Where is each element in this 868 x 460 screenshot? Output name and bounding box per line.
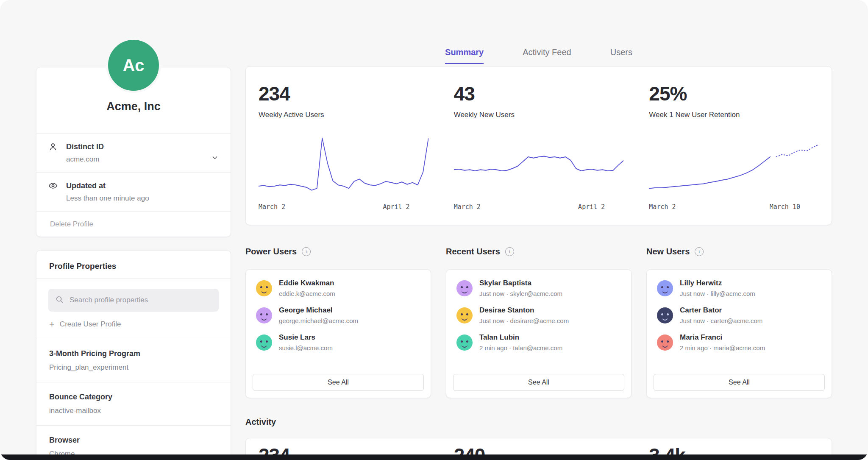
- x-tick: March 2: [649, 203, 676, 211]
- weekly-new-users-chart[interactable]: [454, 134, 624, 198]
- recent-users-title: Recent Users: [446, 246, 500, 256]
- user-list-item[interactable]: Lilly Herwitz Just now · lilly@acme.com: [654, 275, 825, 302]
- property-value: Pricing_plan_experiment: [49, 363, 218, 372]
- user-avatar: [657, 307, 673, 323]
- user-avatar: [256, 280, 272, 296]
- user-name: Susie Lars: [279, 333, 333, 342]
- power-users-header: Power Users i: [245, 246, 431, 256]
- user-list-item[interactable]: Carter Bator Just now · carter@acme.com: [654, 302, 825, 329]
- week1-retention-chart[interactable]: [649, 134, 819, 198]
- user-subtext: 2 min ago · talan@acme.com: [479, 344, 562, 352]
- property-value: inactive-mailbox: [49, 407, 218, 415]
- user-name: Lilly Herwitz: [680, 279, 755, 287]
- chart-x-ticks: March 2 April 2: [454, 203, 624, 211]
- tab-bar: Summary Activity Feed Users: [245, 47, 832, 64]
- user-text: Maria Franci 2 min ago · maria@acme.com: [680, 333, 765, 352]
- info-icon[interactable]: i: [302, 247, 311, 256]
- user-section-headers: Power Users i Recent Users i New Users i: [245, 246, 832, 256]
- person-icon: [48, 142, 58, 153]
- updated-at-row: Updated at Less than one minute ago: [36, 173, 231, 211]
- info-icon[interactable]: i: [505, 247, 514, 256]
- user-text: George Michael george.michael@acme.com: [279, 306, 358, 325]
- user-text: Carter Bator Just now · carter@acme.com: [680, 306, 762, 325]
- user-list-item[interactable]: Talan Lubin 2 min ago · talan@acme.com: [453, 329, 624, 356]
- metric-weekly-new-users: 43 Weekly New Users March 2 April 2: [441, 84, 637, 225]
- user-list-item[interactable]: Maria Franci 2 min ago · maria@acme.com: [654, 329, 825, 356]
- metric-label: Weekly New Users: [454, 111, 624, 119]
- user-list-item[interactable]: George Michael george.michael@acme.com: [253, 302, 424, 329]
- see-all-button[interactable]: See All: [253, 374, 424, 391]
- user-text: Talan Lubin 2 min ago · talan@acme.com: [479, 333, 562, 352]
- metric-value: 25%: [649, 84, 819, 104]
- user-section-cards: Eddie Kwakman eddie.k@acme.com George Mi…: [245, 256, 832, 398]
- metric-week1-retention: 25% Week 1 New User Retention March 2 Ma…: [636, 84, 832, 225]
- company-avatar-initials: Ac: [122, 56, 144, 75]
- x-tick: March 10: [770, 203, 800, 211]
- user-name: Eddie Kwakman: [279, 279, 335, 287]
- eye-icon: [48, 181, 58, 192]
- delete-profile-button[interactable]: Delete Profile: [36, 212, 231, 237]
- power-users-title: Power Users: [245, 246, 297, 256]
- info-icon[interactable]: i: [695, 247, 704, 256]
- user-name: Carter Bator: [680, 306, 762, 315]
- property-name: 3-Month Pricing Program: [49, 349, 218, 358]
- property-row[interactable]: 3-Month Pricing Program Pricing_plan_exp…: [36, 339, 231, 382]
- user-list-item[interactable]: Eddie Kwakman eddie.k@acme.com: [253, 275, 424, 302]
- distinct-id-text: Distinct ID acme.com: [66, 142, 104, 164]
- search-input[interactable]: [69, 296, 212, 305]
- user-text: Eddie Kwakman eddie.k@acme.com: [279, 279, 335, 298]
- profile-properties-search[interactable]: [48, 289, 219, 312]
- x-tick: March 2: [454, 203, 481, 211]
- user-text: Skylar Baptista Just now · skyler@acme.c…: [479, 279, 562, 298]
- recent-users-header: Recent Users i: [446, 246, 632, 256]
- profile-sidebar: Ac Acme, Inc Distinct ID acme.com: [36, 0, 231, 460]
- tab-users[interactable]: Users: [610, 47, 632, 64]
- see-all-button[interactable]: See All: [654, 374, 825, 391]
- distinct-id-label: Distinct ID: [66, 142, 104, 151]
- user-list-item[interactable]: Skylar Baptista Just now · skyler@acme.c…: [453, 275, 624, 302]
- user-subtext: Just now · skyler@acme.com: [479, 290, 562, 298]
- chevron-down-icon[interactable]: [211, 154, 219, 163]
- user-list-item[interactable]: Desirae Stanton Just now · desirare@acme…: [453, 302, 624, 329]
- user-avatar: [456, 280, 473, 296]
- chart-x-ticks: March 2 March 10: [649, 203, 819, 211]
- metric-label: Week 1 New User Retention: [649, 111, 819, 119]
- profile-properties-title: Profile Properties: [36, 251, 231, 278]
- property-row[interactable]: Bounce Category inactive-mailbox: [36, 382, 231, 425]
- distinct-id-row[interactable]: Distinct ID acme.com: [36, 134, 231, 172]
- activity-section-title: Activity: [245, 417, 832, 427]
- x-tick: April 2: [383, 203, 409, 211]
- user-subtext: eddie.k@acme.com: [279, 290, 335, 298]
- user-avatar: [256, 335, 272, 351]
- user-subtext: Just now · lilly@acme.com: [680, 290, 755, 298]
- divider: [36, 278, 231, 279]
- property-name: Browser: [49, 436, 218, 445]
- user-avatar: [657, 335, 673, 351]
- search-icon: [55, 295, 64, 305]
- metric-value: 234: [259, 84, 428, 104]
- metric-weekly-active-users: 234 Weekly Active Users March 2 April 2: [246, 84, 441, 225]
- user-subtext: Just now · carter@acme.com: [680, 317, 762, 325]
- app-window: Ac Acme, Inc Distinct ID acme.com: [0, 0, 868, 460]
- user-avatar: [256, 307, 272, 323]
- create-user-profile-button[interactable]: + Create User Profile: [36, 312, 231, 339]
- user-text: Lilly Herwitz Just now · lilly@acme.com: [680, 279, 755, 298]
- x-tick: March 2: [259, 203, 285, 211]
- user-avatar: [456, 335, 473, 351]
- metric-label: Weekly Active Users: [259, 111, 428, 119]
- tab-summary[interactable]: Summary: [445, 47, 484, 64]
- profile-properties-card: Profile Properties + Create User Profile…: [36, 250, 231, 460]
- see-all-button[interactable]: See All: [453, 374, 624, 391]
- x-tick: April 2: [578, 203, 605, 211]
- property-name: Bounce Category: [49, 393, 218, 401]
- user-text: Susie Lars susie.l@acme.com: [279, 333, 333, 352]
- company-avatar: Ac: [106, 38, 161, 93]
- metric-value: 43: [454, 84, 624, 104]
- tab-activity-feed[interactable]: Activity Feed: [523, 47, 571, 64]
- user-subtext: Just now · desirare@acme.com: [479, 317, 569, 325]
- updated-at-text: Updated at Less than one minute ago: [66, 181, 149, 203]
- user-list-item[interactable]: Susie Lars susie.l@acme.com: [253, 329, 424, 356]
- weekly-active-users-chart[interactable]: [259, 134, 428, 198]
- user-name: Skylar Baptista: [479, 279, 562, 287]
- user-name: Talan Lubin: [479, 333, 562, 342]
